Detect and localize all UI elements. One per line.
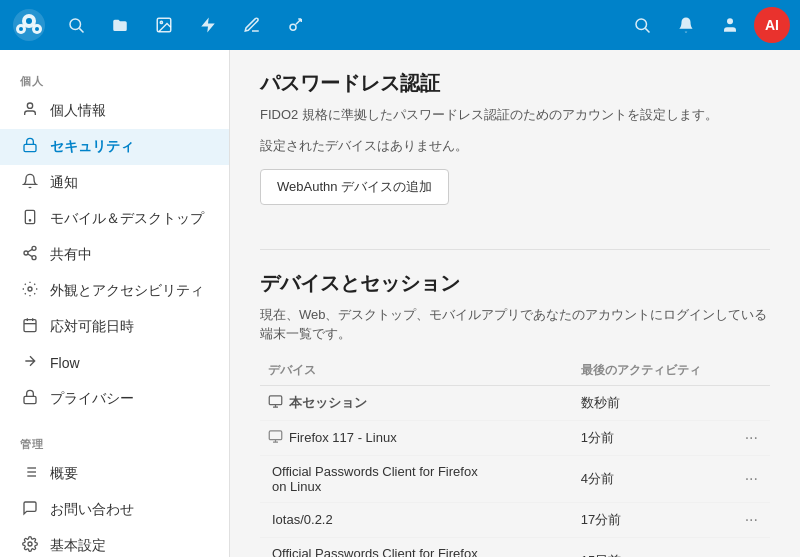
sidebar-item-basic-settings[interactable]: 基本設定	[0, 528, 229, 557]
device-time: 15日前	[581, 553, 621, 558]
svg-point-15	[727, 18, 733, 24]
devices-desc: 現在、Web、デスクトップ、モバイルアプリであなたのアカウントにログインしている…	[260, 305, 770, 344]
privacy-icon	[20, 389, 40, 409]
contact-label: お問い合わせ	[50, 501, 134, 519]
monitor-icon	[268, 429, 283, 447]
sidebar-item-overview[interactable]: 概要	[0, 456, 229, 492]
notifications-button[interactable]	[666, 5, 706, 45]
sidebar-item-sharing[interactable]: 共有中	[0, 237, 229, 273]
svg-point-6	[35, 27, 39, 31]
device-name-cell: Iotas/0.2.2	[268, 512, 565, 527]
svg-line-14	[645, 28, 649, 32]
section-divider	[260, 249, 770, 250]
svg-point-12	[290, 24, 296, 30]
sidebar-item-personal-info[interactable]: 個人情報	[0, 93, 229, 129]
device-name: Firefox 117 - Linux	[289, 430, 397, 445]
device-menu-button[interactable]: ···	[741, 427, 762, 448]
main-layout: 個人 個人情報 セキュリティ 通知 モバイル＆デスクトップ	[0, 50, 800, 557]
device-name: Official Passwords Client for Firefoxon …	[268, 464, 478, 494]
sidebar-item-security[interactable]: セキュリティ	[0, 129, 229, 165]
sidebar-section-admin: 管理	[0, 429, 229, 456]
svg-point-5	[19, 27, 23, 31]
flow-icon	[20, 353, 40, 373]
svg-line-24	[28, 249, 33, 252]
device-name-cell: Official Passwords Client for Firefoxon …	[268, 546, 565, 558]
device-menu-button[interactable]: ···	[741, 550, 762, 558]
device-time: 1分前	[581, 430, 614, 445]
topbar: AI	[0, 0, 800, 50]
devices-table: デバイス 最後のアクティビティ 本セッション	[260, 356, 770, 558]
activity-nav-btn[interactable]	[188, 5, 228, 45]
user-avatar[interactable]: AI	[754, 7, 790, 43]
svg-point-37	[28, 542, 32, 546]
device-name-cell: 本セッション	[268, 394, 565, 412]
device-menu-button[interactable]: ···	[741, 509, 762, 530]
table-row: Iotas/0.2.2 17分前 ···	[260, 502, 770, 537]
sidebar-item-appearance[interactable]: 外観とアクセシビリティ	[0, 273, 229, 309]
svg-point-16	[27, 103, 32, 108]
notifications-icon	[20, 173, 40, 193]
security-icon	[20, 137, 40, 157]
settings-icon	[20, 536, 40, 556]
main-content: パスワードレス認証 FIDO2 規格に準拠したパスワードレス認証のためのアカウン…	[230, 50, 800, 557]
sidebar-section-personal: 個人	[0, 66, 229, 93]
svg-point-25	[28, 287, 32, 291]
svg-point-10	[160, 21, 162, 23]
passwords-nav-btn[interactable]	[276, 5, 316, 45]
personal-info-icon	[20, 101, 40, 121]
files-nav-btn[interactable]	[100, 5, 140, 45]
sidebar-item-mobile[interactable]: モバイル＆デスクトップ	[0, 201, 229, 237]
sidebar-item-flow[interactable]: Flow	[0, 345, 229, 381]
webauthn-add-button[interactable]: WebAuthn デバイスの追加	[260, 169, 449, 205]
search-button[interactable]	[622, 5, 662, 45]
svg-line-23	[28, 254, 33, 257]
svg-point-19	[29, 220, 30, 221]
sharing-icon	[20, 245, 40, 265]
svg-point-21	[24, 251, 28, 255]
svg-point-13	[636, 19, 647, 30]
topbar-nav	[56, 5, 622, 45]
topbar-right: AI	[622, 5, 790, 45]
device-name-cell: Official Passwords Client for Firefoxon …	[268, 464, 565, 494]
sidebar-item-privacy[interactable]: プライバシー	[0, 381, 229, 417]
svg-point-22	[32, 256, 36, 260]
passwordless-title: パスワードレス認証	[260, 70, 770, 97]
device-menu-button[interactable]: ···	[741, 468, 762, 489]
notes-nav-btn[interactable]	[232, 5, 272, 45]
mobile-icon	[20, 209, 40, 229]
security-label: セキュリティ	[50, 138, 134, 156]
monitor-icon	[268, 394, 283, 412]
availability-label: 応対可能日時	[50, 318, 134, 336]
photos-nav-btn[interactable]	[144, 5, 184, 45]
sidebar-item-contact[interactable]: お問い合わせ	[0, 492, 229, 528]
svg-rect-17	[24, 144, 36, 151]
sidebar-item-notifications[interactable]: 通知	[0, 165, 229, 201]
svg-rect-26	[24, 320, 36, 332]
svg-line-8	[79, 28, 83, 32]
svg-point-7	[70, 19, 81, 30]
svg-point-4	[26, 18, 32, 24]
svg-marker-11	[201, 18, 215, 33]
device-name: Official Passwords Client for Firefoxon …	[268, 546, 478, 558]
no-devices-text: 設定されたデバイスはありません。	[260, 137, 770, 155]
overview-label: 概要	[50, 465, 78, 483]
device-name: Iotas/0.2.2	[268, 512, 333, 527]
svg-rect-30	[24, 396, 36, 403]
basic-settings-label: 基本設定	[50, 537, 106, 555]
svg-rect-18	[25, 210, 34, 223]
contacts-button[interactable]	[710, 5, 750, 45]
personal-info-label: 個人情報	[50, 102, 106, 120]
flow-label: Flow	[50, 355, 80, 371]
sharing-label: 共有中	[50, 246, 92, 264]
mobile-label: モバイル＆デスクトップ	[50, 210, 204, 228]
device-time: 数秒前	[581, 395, 620, 410]
app-logo[interactable]	[10, 6, 48, 44]
table-row: Official Passwords Client for Firefoxon …	[260, 455, 770, 502]
table-row: 本セッション 数秒前	[260, 385, 770, 420]
device-time: 4分前	[581, 471, 614, 486]
appearance-icon	[20, 281, 40, 301]
passwordless-desc: FIDO2 規格に準拠したパスワードレス認証のためのアカウントを設定します。	[260, 105, 770, 125]
sidebar-item-availability[interactable]: 応対可能日時	[0, 309, 229, 345]
privacy-label: プライバシー	[50, 390, 134, 408]
search-nav-btn[interactable]	[56, 5, 96, 45]
